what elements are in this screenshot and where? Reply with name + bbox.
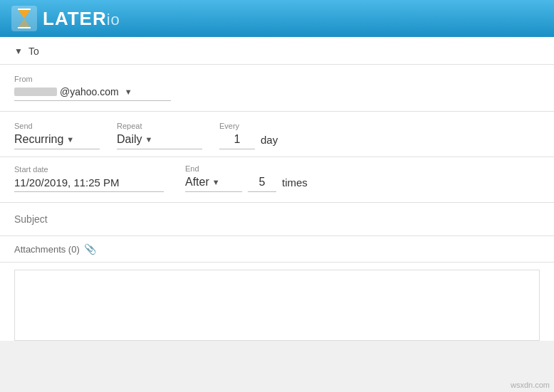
send-group: Send Recurring ▼ — [14, 122, 100, 149]
send-label: Send — [14, 122, 100, 130]
chevron-down-icon[interactable]: ▼ — [14, 46, 23, 56]
email-body-area[interactable] — [14, 270, 540, 341]
end-row: After ▼ 5 times — [185, 176, 308, 192]
repeat-label: Repeat — [117, 122, 202, 130]
every-label: Every — [219, 122, 278, 130]
end-arrow-icon[interactable]: ▼ — [212, 178, 220, 186]
paperclip-icon[interactable]: 📎 — [84, 243, 96, 255]
end-label: End — [185, 164, 308, 173]
end-value: After — [185, 176, 209, 189]
subject-input[interactable] — [14, 213, 540, 225]
from-underline: @yahoo.com ▼ — [14, 86, 171, 101]
from-email: @yahoo.com — [60, 86, 119, 97]
repeat-dropdown[interactable]: Daily ▼ — [117, 133, 202, 149]
every-group: Every 1 day — [219, 122, 278, 149]
watermark: wsxdn.com — [511, 381, 550, 389]
send-arrow-icon[interactable]: ▼ — [66, 135, 74, 144]
from-label: From — [14, 75, 540, 83]
times-label: times — [282, 176, 308, 191]
end-dropdown[interactable]: After ▼ — [185, 176, 242, 192]
subject-section — [0, 203, 554, 236]
send-dropdown[interactable]: Recurring ▼ — [14, 133, 100, 149]
from-section: From @yahoo.com ▼ — [0, 65, 554, 112]
repeat-value: Daily — [117, 133, 142, 146]
from-row: @yahoo.com ▼ — [14, 86, 171, 97]
repeat-group: Repeat Daily ▼ — [117, 122, 202, 149]
logo-text: LATERio — [43, 8, 120, 30]
start-end-row: Start date 11/20/2019, 11:25 PM End Afte… — [0, 157, 554, 203]
every-input[interactable]: 1 — [219, 133, 255, 149]
day-label: day — [261, 134, 278, 149]
send-repeat-row: Send Recurring ▼ Repeat Daily ▼ Every 1 … — [0, 112, 554, 157]
every-input-row: 1 day — [219, 133, 278, 149]
app-header: LATERio — [0, 0, 554, 37]
repeat-arrow-icon[interactable]: ▼ — [145, 135, 153, 144]
start-date-value[interactable]: 11/20/2019, 11:25 PM — [14, 176, 164, 192]
end-group: End After ▼ 5 times — [185, 164, 308, 192]
attachments-section: Attachments (0) 📎 — [0, 236, 554, 263]
end-times-input[interactable]: 5 — [248, 176, 276, 192]
start-date-label: Start date — [14, 165, 164, 174]
send-value: Recurring — [14, 133, 63, 146]
hourglass-icon — [11, 6, 37, 31]
attachments-label: Attachments (0) — [14, 244, 80, 255]
logo: LATERio — [11, 6, 120, 31]
start-date-group: Start date 11/20/2019, 11:25 PM — [14, 165, 164, 192]
email-blur — [14, 88, 57, 96]
main-content: ▼ To From @yahoo.com ▼ Send Recurring ▼ … — [0, 37, 554, 341]
to-label: To — [28, 46, 39, 57]
from-dropdown-arrow[interactable]: ▼ — [125, 88, 132, 96]
to-section: ▼ To — [0, 37, 554, 65]
